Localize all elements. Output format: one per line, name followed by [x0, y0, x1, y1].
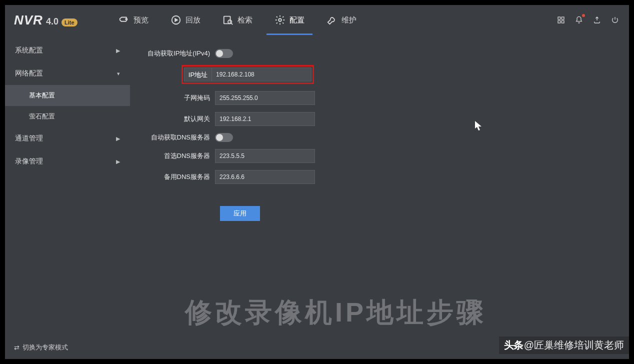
chevron-right-icon: ▶	[116, 136, 120, 142]
sidebar-sub-cloud[interactable]: 萤石配置	[5, 106, 130, 127]
top-right-icons	[556, 15, 620, 25]
sidebar-sub-basic[interactable]: 基本配置	[5, 85, 130, 106]
sidebar-item-label: 通道管理	[15, 134, 43, 143]
tab-preview[interactable]: 预览	[108, 5, 160, 35]
svg-rect-7	[558, 20, 560, 23]
switch-mode[interactable]: ⇄ 切换为专家模式	[14, 343, 68, 352]
tab-label: 维护	[342, 16, 356, 25]
label-auto-dns: 自动获取DNS服务器	[145, 133, 215, 142]
main-panel: 自动获取IP地址(IPv4) IP地址 子网掩码 默认网关 自动获取DNS服务器	[130, 35, 629, 359]
apply-button[interactable]: 应用	[220, 206, 260, 221]
tab-config[interactable]: 配置	[264, 5, 316, 35]
label-ip: IP地址	[184, 68, 212, 82]
svg-point-4	[278, 18, 282, 22]
notification-dot	[582, 14, 585, 17]
sidebar-item-label: 网络配置	[15, 69, 43, 78]
chevron-down-icon: ▾	[117, 70, 120, 77]
sidebar: 系统配置 ▶ 网络配置 ▾ 基本配置 萤石配置 通道管理 ▶ 录像管理 ▶	[5, 35, 130, 359]
label-auto-ipv4: 自动获取IP地址(IPv4)	[145, 49, 215, 58]
chevron-right-icon: ▶	[116, 158, 120, 165]
bell-icon[interactable]	[574, 15, 584, 25]
sidebar-item-label: 录像管理	[15, 157, 43, 166]
grid-icon[interactable]	[556, 15, 566, 25]
svg-rect-8	[562, 20, 564, 23]
footer-label: 切换为专家模式	[22, 343, 68, 352]
svg-rect-6	[562, 17, 564, 20]
tab-label: 配置	[290, 16, 304, 25]
sidebar-item-system[interactable]: 系统配置 ▶	[5, 39, 130, 62]
sidebar-item-network[interactable]: 网络配置 ▾	[5, 62, 130, 85]
sidebar-item-record[interactable]: 录像管理 ▶	[5, 150, 130, 173]
tab-search[interactable]: 检索	[212, 5, 264, 35]
label-dns2: 备用DNS服务器	[145, 172, 215, 182]
logo-text: NVR	[14, 12, 43, 28]
camera-icon	[118, 14, 130, 26]
sidebar-item-label: 萤石配置	[29, 112, 55, 120]
input-gateway[interactable]	[215, 112, 315, 126]
mouse-cursor	[475, 121, 482, 131]
sidebar-item-label: 基本配置	[29, 92, 55, 99]
attribution-handle: @匠巢维修培训黄老师	[524, 338, 624, 352]
wrench-icon	[326, 14, 338, 26]
input-dns1[interactable]	[215, 149, 315, 163]
sidebar-item-channel[interactable]: 通道管理 ▶	[5, 127, 130, 150]
gear-icon	[274, 14, 286, 26]
tab-maintain[interactable]: 维护	[316, 5, 368, 35]
swap-icon: ⇄	[14, 344, 20, 352]
power-icon[interactable]	[610, 15, 620, 25]
attribution: 头条 @匠巢维修培训黄老师	[499, 336, 629, 354]
ip-address-highlight: IP地址	[182, 65, 314, 84]
top-bar: NVR 4.0 Lite 预览 回放 检索 配置 维护	[5, 5, 629, 35]
logo: NVR 4.0 Lite	[14, 12, 78, 28]
input-ip[interactable]	[212, 68, 312, 82]
label-gateway: 默认网关	[145, 114, 215, 124]
playback-icon	[170, 14, 182, 26]
label-dns1: 首选DNS服务器	[145, 152, 215, 160]
search-icon	[222, 14, 234, 26]
tab-label: 检索	[238, 16, 252, 25]
toggle-auto-ipv4[interactable]	[215, 49, 233, 58]
export-icon[interactable]	[592, 15, 602, 25]
tab-label: 预览	[134, 16, 148, 25]
chevron-right-icon: ▶	[116, 48, 120, 54]
svg-point-0	[126, 18, 127, 20]
input-mask[interactable]	[215, 91, 315, 105]
logo-badge: Lite	[62, 18, 78, 26]
sidebar-item-label: 系统配置	[15, 46, 43, 55]
tab-playback[interactable]: 回放	[160, 5, 212, 35]
attribution-logo: 头条	[504, 338, 523, 352]
input-dns2[interactable]	[215, 170, 315, 184]
nav-tabs: 预览 回放 检索 配置 维护	[108, 5, 368, 35]
svg-rect-5	[558, 17, 560, 20]
toggle-auto-dns[interactable]	[215, 133, 233, 142]
logo-version: 4.0	[46, 16, 58, 27]
tab-label: 回放	[186, 16, 200, 25]
label-mask: 子网掩码	[145, 94, 215, 102]
